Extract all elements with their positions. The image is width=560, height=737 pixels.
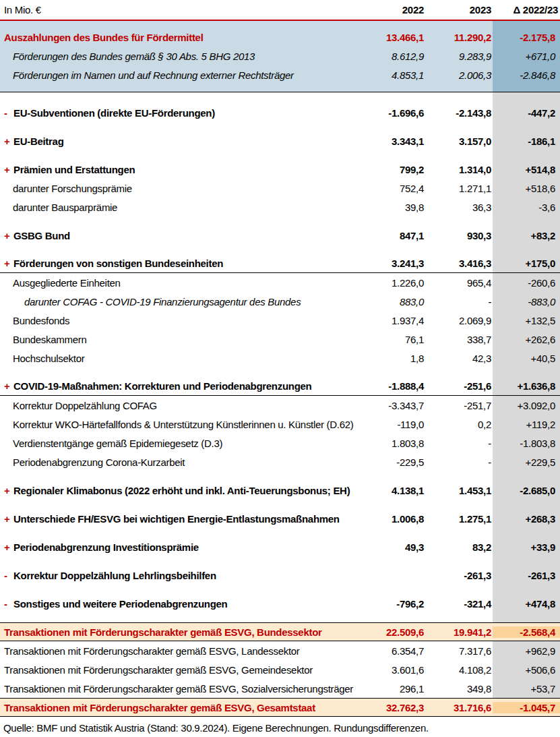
row-label: darunter COFAG - COVID-19 Finanzierungsa… [24, 296, 301, 307]
value-2023: 2.006,3 [425, 69, 493, 81]
row-label: Ausgegliederte Einheiten [13, 277, 121, 289]
row-label-cell: Transaktionen mit Förderungscharakter ge… [0, 664, 365, 676]
value-delta: -883,0 [493, 296, 560, 307]
value-delta: +518,6 [493, 183, 560, 194]
row-gap [0, 613, 560, 622]
row-label: Auszahlungen des Bundes für Fördermittel [4, 32, 204, 43]
row-gap [0, 122, 560, 131]
row-label: Prämien und Erstattungen [13, 164, 135, 175]
row-label: Regionaler Klimabonus (2022 erhöht und i… [13, 485, 350, 496]
value-2023: -2.143,8 [425, 107, 493, 119]
value-2022: 8.612,9 [365, 51, 425, 62]
value-2022: -1.696,6 [365, 107, 425, 119]
table-row: +Prämien und Erstattungen799,21.314,0+51… [0, 160, 560, 179]
value-2022: 4.853,1 [365, 69, 425, 81]
value-2023: - [425, 456, 493, 468]
table-row: Bundesfonds1.937,42.069,9+132,5 [0, 311, 560, 330]
row-label-cell: darunter COFAG - COVID-19 Finanzierungsa… [0, 296, 365, 307]
row-label: Transaktionen mit Förderungscharakter ge… [4, 702, 315, 713]
row-label: Sonstiges und weitere Periodenabgrenzung… [13, 598, 227, 610]
table-row: Transaktionen mit Förderungscharakter ge… [0, 660, 560, 679]
value-2022: 3.241,3 [365, 258, 425, 269]
value-2023: -321,4 [425, 598, 493, 610]
row-label-cell: Förderungen im Namen und auf Rechnung ex… [0, 69, 365, 81]
table-row: darunter Forschungsprämie752,41.271,1+51… [0, 179, 560, 198]
row-label: EU-Subventionen (direkte EU-Förderungen) [13, 107, 215, 119]
row-label-cell: Transaktionen mit Förderungscharakter ge… [0, 626, 365, 638]
value-2023: 83,2 [425, 541, 493, 553]
row-label-cell: Periodenabgrenzung Corona-Kurzarbeit [0, 456, 365, 468]
value-delta: -1.803,8 [493, 438, 560, 449]
value-delta: -447,2 [493, 107, 560, 119]
row-label-cell: Bundesfonds [0, 315, 365, 326]
row-label: Verdienstentgänge gemäß Epidemiegesetz (… [13, 438, 222, 449]
value-2022: 76,1 [365, 334, 425, 345]
row-label: Hochschulsektor [13, 353, 84, 364]
table-row: +Unterschiede FH/ESVG bei wichtigen Ener… [0, 509, 560, 528]
table-row: +COVID-19-Maßnahmen: Korrekturen und Per… [0, 377, 560, 396]
value-2023: 338,7 [425, 334, 493, 345]
value-delta: -261,3 [493, 570, 560, 581]
row-label-cell: +EU-Beitrag [0, 136, 365, 147]
value-2022: 3.343,1 [365, 136, 425, 147]
value-delta: -2.568,4 [493, 626, 560, 638]
row-label: GSBG Bund [13, 230, 70, 241]
row-label-cell: Hochschulsektor [0, 353, 365, 364]
value-2023: 19.941,2 [425, 626, 493, 638]
value-2023: 9.283,9 [425, 51, 493, 62]
row-label-cell: -EU-Subventionen (direkte EU-Förderungen… [0, 107, 365, 119]
value-2022: 799,2 [365, 164, 425, 175]
row-label: Korrektur WKO-Härtefallfonds & Unterstüt… [13, 419, 353, 430]
row-sign: - [4, 570, 13, 581]
value-delta: +33,9 [493, 541, 560, 553]
table-row: +GSBG Bund847,1930,3+83,2 [0, 226, 560, 245]
row-label-cell: +GSBG Bund [0, 230, 365, 241]
value-2023: 1.453,1 [425, 485, 493, 496]
column-header-delta: Δ 2022/23 [493, 4, 560, 16]
row-label: Transaktionen mit Förderungscharakter ge… [4, 645, 300, 657]
row-sign: - [4, 598, 13, 610]
value-2022: 1.803,8 [365, 438, 425, 449]
row-label-cell: +Unterschiede FH/ESVG bei wichtigen Ener… [0, 513, 365, 525]
value-2022: 32.762,3 [365, 702, 425, 713]
federal-payments-rows: Auszahlungen des Bundes für Fördermittel… [0, 28, 560, 84]
row-label: darunter Bausparprämie [13, 202, 117, 213]
value-delta: -186,1 [493, 136, 560, 147]
value-2022: 13.466,1 [365, 32, 425, 43]
row-sign: + [4, 485, 13, 496]
row-label-cell: Korrektur Doppelzählung COFAG [0, 400, 365, 411]
value-2022: 4.138,1 [365, 485, 425, 496]
row-label-cell: Transaktionen mit Förderungscharakter ge… [0, 683, 365, 695]
value-2022: 1.006,8 [365, 513, 425, 525]
value-delta: +132,5 [493, 315, 560, 326]
value-2022: 6.354,7 [365, 645, 425, 657]
row-gap [0, 556, 560, 566]
row-label: COVID-19-Maßnahmen: Korrekturen und Peri… [13, 380, 311, 392]
value-delta: -3,6 [493, 202, 560, 213]
value-2023: 1.275,1 [425, 513, 493, 525]
table-row: -Korrektur Doppelzählung Lehrlingsbeihil… [0, 566, 560, 585]
value-delta: +119,2 [493, 419, 560, 430]
row-label: Korrektur Doppelzählung Lehrlingsbeihilf… [13, 570, 216, 581]
value-2023: -261,3 [425, 570, 493, 581]
row-sign: + [4, 258, 13, 269]
value-delta: -260,6 [493, 277, 560, 289]
table-row: Transaktionen mit Förderungscharakter ge… [0, 698, 560, 717]
row-label: Förderungen von sonstigen Bundeseinheite… [13, 258, 223, 269]
value-delta: +962,9 [493, 645, 560, 657]
row-sign: + [4, 230, 13, 241]
value-2023: 349,8 [425, 683, 493, 695]
value-delta: +40,5 [493, 353, 560, 364]
row-label-cell: Bundeskammern [0, 334, 365, 345]
row-gap [0, 245, 560, 254]
row-sign: + [4, 136, 13, 147]
table-row: +Periodenabgrenzung Investitionsprämie49… [0, 537, 560, 556]
value-delta: +3.092,0 [493, 400, 560, 411]
value-2023: -251,7 [425, 400, 493, 411]
value-delta: +83,2 [493, 230, 560, 241]
value-2023: -251,6 [425, 380, 493, 392]
row-label-cell: +Förderungen von sonstigen Bundeseinheit… [0, 258, 365, 269]
row-label-cell: +COVID-19-Maßnahmen: Korrekturen und Per… [0, 380, 365, 392]
value-2023: 3.416,3 [425, 258, 493, 269]
federal-payments-section: Auszahlungen des Bundes für Fördermittel… [0, 21, 560, 92]
